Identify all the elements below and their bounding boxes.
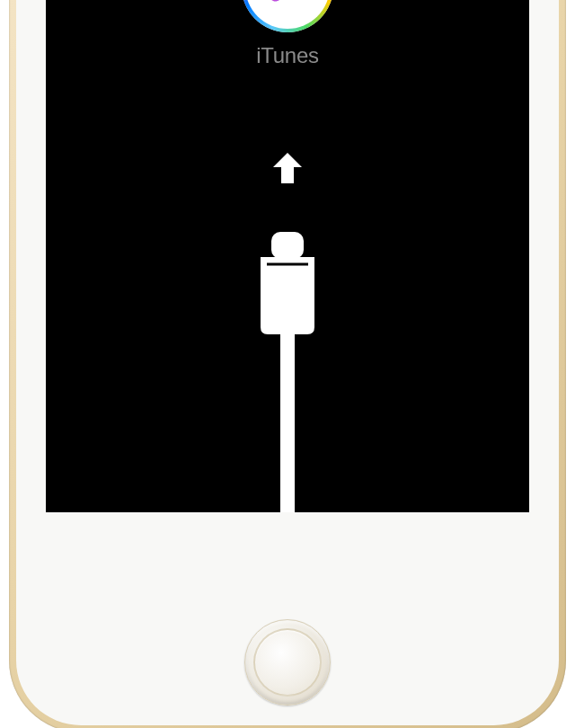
itunes-label: iTunes [256, 43, 318, 68]
recovery-mode-content: iTunes [46, 0, 529, 512]
arrow-up-icon [269, 149, 306, 191]
itunes-prompt: iTunes [242, 0, 333, 68]
itunes-icon [242, 0, 333, 32]
music-note-icon [264, 0, 311, 10]
lightning-cable-icon [247, 230, 328, 512]
iphone-device-frame: iTunes [9, 0, 566, 728]
home-button[interactable] [244, 619, 331, 706]
svg-rect-0 [271, 232, 304, 259]
iphone-screen-recovery-mode: iTunes [46, 0, 529, 512]
home-button-area [9, 608, 566, 716]
